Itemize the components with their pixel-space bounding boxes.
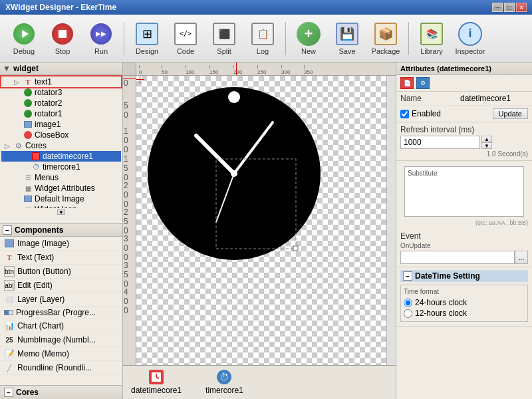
event-input[interactable]: [400, 251, 515, 264]
comp-item-progress[interactable]: ProgressBar (Progre...: [0, 307, 122, 319]
comp-item-text[interactable]: T Text (Text): [0, 251, 122, 265]
comp-item-chart[interactable]: 📊 Chart (Chart): [0, 319, 122, 333]
log-button[interactable]: 📋 Log: [244, 18, 281, 59]
tree-item-label: Widget Attributes: [35, 184, 95, 193]
library-button[interactable]: 📚 Library: [413, 18, 450, 59]
tree-item-label: image1: [35, 120, 61, 129]
close-button[interactable]: ✕: [516, 3, 527, 12]
ruler-row: 0 50 100 150 200 250 300 350: [123, 63, 396, 76]
save-button[interactable]: 💾 Save: [329, 18, 366, 59]
datetime-tab-icon: [149, 370, 164, 384]
horizontal-ruler: 0 50 100 150 200 250 300 350: [136, 63, 396, 76]
expand-icon: [20, 152, 29, 161]
comp-item-roundline[interactable]: ╱ Roundline (Roundli...: [0, 361, 122, 375]
attr-enabled-section: Enabled Update: [396, 106, 532, 122]
stop-button[interactable]: Stop: [44, 18, 81, 59]
tree-item-label: Cores: [25, 141, 47, 150]
timer-tab-label: timercore1: [205, 386, 243, 395]
tree-expand-icon[interactable]: ▼: [3, 64, 11, 73]
tree-item-rotator1[interactable]: rotator1: [1, 108, 121, 119]
toolbar: Debug Stop Run ⊞ Design </> Code ⬛ Split…: [0, 15, 532, 63]
expand-icon: [12, 194, 21, 203]
stop-icon: [51, 22, 74, 46]
cores-bar[interactable]: − Cores: [0, 385, 122, 399]
tree-item-label: Menus: [35, 173, 59, 182]
tree-item-rotator2[interactable]: rotator2: [1, 98, 121, 108]
vertical-scrollbar[interactable]: [386, 76, 396, 365]
comp-item-numbimage[interactable]: 25 NumbImage (NumbI...: [0, 333, 122, 347]
components-collapse-btn[interactable]: −: [3, 225, 12, 235]
radio-24h[interactable]: [404, 299, 412, 307]
comp-item-memo[interactable]: 📝 Memo (Memo): [0, 347, 122, 361]
package-icon: 📦: [374, 22, 398, 46]
tree-item-closebox[interactable]: CloseBox: [1, 130, 121, 140]
library-icon: 📚: [420, 22, 444, 46]
datetime-collapse-btn[interactable]: −: [403, 271, 412, 281]
tree-item-label: rotator3: [35, 88, 62, 97]
tree-item-defaultimage[interactable]: Default Image: [1, 194, 121, 204]
new-button[interactable]: + New: [290, 18, 327, 59]
tree-item-widgetattr[interactable]: ▦ Widget Attributes: [1, 183, 121, 194]
attr-tab-red[interactable]: 📄: [400, 77, 414, 89]
split-button[interactable]: ⬛ Split: [205, 18, 243, 59]
code-button[interactable]: </> Code: [167, 18, 204, 59]
library-label: Library: [420, 47, 443, 55]
radio-24h-row: 24-hours clock: [404, 297, 525, 308]
spin-down-button[interactable]: ▼: [481, 142, 492, 149]
spin-up-button[interactable]: ▲: [481, 136, 492, 142]
menu-icon: ☰: [23, 173, 33, 182]
radio-12h[interactable]: [404, 309, 412, 318]
minimize-button[interactable]: ─: [492, 3, 503, 12]
attr-toolbar: 📄 ⚙: [396, 75, 532, 92]
comp-item-button[interactable]: btn Button (Button): [0, 265, 122, 279]
design-label: Design: [136, 47, 158, 55]
package-label: Package: [372, 47, 400, 55]
canvas-tab-datetime[interactable]: datetimecore1: [126, 368, 187, 396]
comp-icon-button: btn: [4, 266, 15, 277]
event-browse-button[interactable]: ...: [515, 251, 528, 264]
tree-header-label: widget: [13, 64, 39, 73]
tree-item-datetimecore1[interactable]: datetimecore1: [1, 151, 121, 162]
refresh-input[interactable]: [400, 136, 480, 149]
tree-item-cores[interactable]: ▷ ⚙ Cores: [1, 140, 121, 151]
comp-item-layer[interactable]: ⬜ Layer (Layer): [0, 293, 122, 307]
debug-label: Debug: [13, 47, 35, 55]
tree-section: ▼ widget ▷ T text1 rotator3 ro: [0, 63, 122, 223]
tree-item-menus[interactable]: ☰ Menus: [1, 172, 121, 183]
canvas-tab-timer[interactable]: ⏱ timercore1: [200, 368, 249, 396]
tree-item-label: Widget Icon: [35, 205, 76, 208]
debug-button[interactable]: Debug: [5, 18, 43, 59]
cores-collapse-btn[interactable]: −: [4, 388, 13, 397]
svg-rect-7: [293, 246, 298, 251]
comp-item-image[interactable]: Image (Image): [0, 237, 122, 251]
tree-item-image1[interactable]: image1: [1, 119, 121, 130]
tree-item-text1[interactable]: ▷ T text1: [1, 76, 121, 87]
clock-widget[interactable]: [143, 82, 329, 269]
canvas-bottom: datetimecore1 ⏱ timercore1: [123, 365, 396, 399]
inspector-button[interactable]: i Inspector: [452, 18, 489, 59]
datetime-icon: [31, 152, 41, 161]
comp-item-edit[interactable]: ab| Edit (Edit): [0, 279, 122, 293]
ruler-corner: [123, 63, 136, 76]
enabled-checkbox[interactable]: [400, 110, 409, 118]
attributes-header: Attributes (datetimecore1): [396, 63, 532, 75]
ruler-tick-300: 300: [281, 69, 290, 75]
attr-name-row: Name datetimecore1: [396, 92, 532, 106]
canvas-workspace[interactable]: [136, 76, 386, 365]
event-label: Event: [400, 231, 528, 241]
attr-tab-blue[interactable]: ⚙: [416, 77, 430, 89]
tree-item-timercore1[interactable]: ⏱ timercore1: [1, 162, 121, 172]
maximize-button[interactable]: □: [504, 3, 515, 12]
components-header[interactable]: − Components: [0, 224, 122, 237]
name-value: datetimecore1: [460, 94, 528, 103]
comp-icon-memo: 📝: [4, 348, 15, 359]
scroll-down-icon[interactable]: ▼: [57, 209, 65, 215]
package-button[interactable]: 📦 Package: [367, 18, 404, 59]
tree-item-rotator3[interactable]: rotator3: [1, 87, 121, 98]
stop-label: Stop: [55, 47, 70, 55]
run-button[interactable]: Run: [82, 18, 120, 59]
substitute-box: Substitute: [404, 166, 524, 217]
design-button[interactable]: ⊞ Design: [128, 18, 166, 59]
update-button[interactable]: Update: [493, 108, 528, 119]
substitute-textarea[interactable]: [408, 178, 521, 211]
